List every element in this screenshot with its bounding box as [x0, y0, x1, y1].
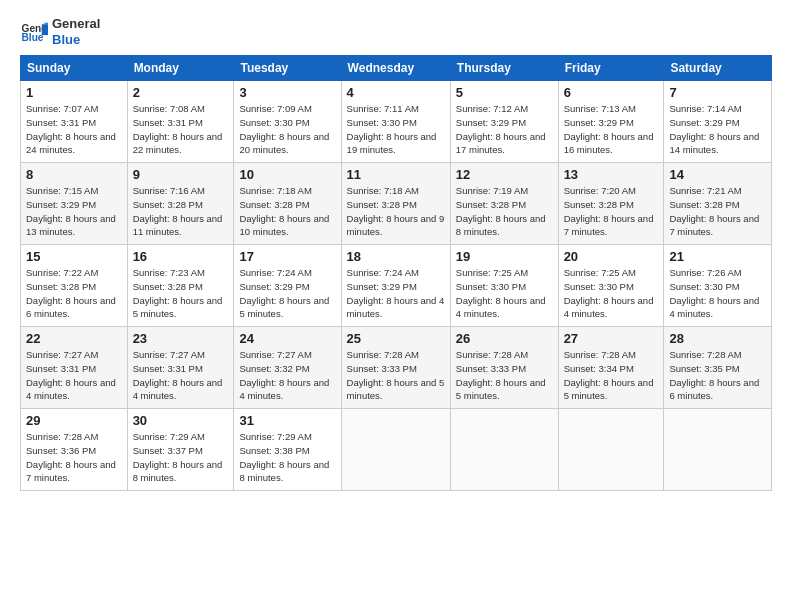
- day-cell: 11Sunrise: 7:18 AMSunset: 3:28 PMDayligh…: [341, 163, 450, 245]
- day-detail: Sunrise: 7:27 AMSunset: 3:32 PMDaylight:…: [239, 348, 335, 403]
- day-cell: 31Sunrise: 7:29 AMSunset: 3:38 PMDayligh…: [234, 409, 341, 491]
- day-cell: 27Sunrise: 7:28 AMSunset: 3:34 PMDayligh…: [558, 327, 664, 409]
- day-cell: 12Sunrise: 7:19 AMSunset: 3:28 PMDayligh…: [450, 163, 558, 245]
- day-cell: 3Sunrise: 7:09 AMSunset: 3:30 PMDaylight…: [234, 81, 341, 163]
- day-cell: 13Sunrise: 7:20 AMSunset: 3:28 PMDayligh…: [558, 163, 664, 245]
- column-header-sunday: Sunday: [21, 56, 128, 81]
- day-number: 30: [133, 413, 229, 428]
- day-detail: Sunrise: 7:15 AMSunset: 3:29 PMDaylight:…: [26, 184, 122, 239]
- day-number: 9: [133, 167, 229, 182]
- day-number: 14: [669, 167, 766, 182]
- column-header-saturday: Saturday: [664, 56, 772, 81]
- day-detail: Sunrise: 7:18 AMSunset: 3:28 PMDaylight:…: [239, 184, 335, 239]
- day-cell: 9Sunrise: 7:16 AMSunset: 3:28 PMDaylight…: [127, 163, 234, 245]
- column-header-monday: Monday: [127, 56, 234, 81]
- day-number: 24: [239, 331, 335, 346]
- day-detail: Sunrise: 7:07 AMSunset: 3:31 PMDaylight:…: [26, 102, 122, 157]
- svg-text:Blue: Blue: [22, 32, 44, 43]
- day-number: 21: [669, 249, 766, 264]
- day-cell: 25Sunrise: 7:28 AMSunset: 3:33 PMDayligh…: [341, 327, 450, 409]
- day-cell: 17Sunrise: 7:24 AMSunset: 3:29 PMDayligh…: [234, 245, 341, 327]
- day-detail: Sunrise: 7:21 AMSunset: 3:28 PMDaylight:…: [669, 184, 766, 239]
- day-cell: 4Sunrise: 7:11 AMSunset: 3:30 PMDaylight…: [341, 81, 450, 163]
- day-detail: Sunrise: 7:29 AMSunset: 3:38 PMDaylight:…: [239, 430, 335, 485]
- day-number: 7: [669, 85, 766, 100]
- day-detail: Sunrise: 7:26 AMSunset: 3:30 PMDaylight:…: [669, 266, 766, 321]
- day-detail: Sunrise: 7:27 AMSunset: 3:31 PMDaylight:…: [26, 348, 122, 403]
- day-detail: Sunrise: 7:24 AMSunset: 3:29 PMDaylight:…: [347, 266, 445, 321]
- day-detail: Sunrise: 7:12 AMSunset: 3:29 PMDaylight:…: [456, 102, 553, 157]
- day-cell: [558, 409, 664, 491]
- day-number: 1: [26, 85, 122, 100]
- day-number: 19: [456, 249, 553, 264]
- column-header-thursday: Thursday: [450, 56, 558, 81]
- day-detail: Sunrise: 7:19 AMSunset: 3:28 PMDaylight:…: [456, 184, 553, 239]
- page: General Blue General Blue SundayMondayTu…: [0, 0, 792, 612]
- day-detail: Sunrise: 7:20 AMSunset: 3:28 PMDaylight:…: [564, 184, 659, 239]
- day-number: 22: [26, 331, 122, 346]
- day-detail: Sunrise: 7:28 AMSunset: 3:36 PMDaylight:…: [26, 430, 122, 485]
- day-number: 18: [347, 249, 445, 264]
- day-cell: 24Sunrise: 7:27 AMSunset: 3:32 PMDayligh…: [234, 327, 341, 409]
- column-header-tuesday: Tuesday: [234, 56, 341, 81]
- day-cell: 23Sunrise: 7:27 AMSunset: 3:31 PMDayligh…: [127, 327, 234, 409]
- day-number: 29: [26, 413, 122, 428]
- day-detail: Sunrise: 7:16 AMSunset: 3:28 PMDaylight:…: [133, 184, 229, 239]
- week-row-4: 22Sunrise: 7:27 AMSunset: 3:31 PMDayligh…: [21, 327, 772, 409]
- day-detail: Sunrise: 7:23 AMSunset: 3:28 PMDaylight:…: [133, 266, 229, 321]
- day-number: 12: [456, 167, 553, 182]
- day-number: 11: [347, 167, 445, 182]
- day-cell: 18Sunrise: 7:24 AMSunset: 3:29 PMDayligh…: [341, 245, 450, 327]
- day-detail: Sunrise: 7:27 AMSunset: 3:31 PMDaylight:…: [133, 348, 229, 403]
- day-cell: 20Sunrise: 7:25 AMSunset: 3:30 PMDayligh…: [558, 245, 664, 327]
- day-cell: 16Sunrise: 7:23 AMSunset: 3:28 PMDayligh…: [127, 245, 234, 327]
- day-cell: 29Sunrise: 7:28 AMSunset: 3:36 PMDayligh…: [21, 409, 128, 491]
- day-cell: 28Sunrise: 7:28 AMSunset: 3:35 PMDayligh…: [664, 327, 772, 409]
- day-cell: 14Sunrise: 7:21 AMSunset: 3:28 PMDayligh…: [664, 163, 772, 245]
- day-cell: 6Sunrise: 7:13 AMSunset: 3:29 PMDaylight…: [558, 81, 664, 163]
- day-number: 15: [26, 249, 122, 264]
- week-row-2: 8Sunrise: 7:15 AMSunset: 3:29 PMDaylight…: [21, 163, 772, 245]
- day-number: 20: [564, 249, 659, 264]
- day-cell: [450, 409, 558, 491]
- day-number: 2: [133, 85, 229, 100]
- calendar: SundayMondayTuesdayWednesdayThursdayFrid…: [20, 55, 772, 491]
- day-number: 5: [456, 85, 553, 100]
- day-cell: 26Sunrise: 7:28 AMSunset: 3:33 PMDayligh…: [450, 327, 558, 409]
- day-detail: Sunrise: 7:25 AMSunset: 3:30 PMDaylight:…: [564, 266, 659, 321]
- day-detail: Sunrise: 7:11 AMSunset: 3:30 PMDaylight:…: [347, 102, 445, 157]
- day-detail: Sunrise: 7:24 AMSunset: 3:29 PMDaylight:…: [239, 266, 335, 321]
- day-cell: 1Sunrise: 7:07 AMSunset: 3:31 PMDaylight…: [21, 81, 128, 163]
- day-number: 4: [347, 85, 445, 100]
- day-cell: [664, 409, 772, 491]
- day-cell: 15Sunrise: 7:22 AMSunset: 3:28 PMDayligh…: [21, 245, 128, 327]
- day-number: 3: [239, 85, 335, 100]
- day-number: 17: [239, 249, 335, 264]
- day-number: 27: [564, 331, 659, 346]
- logo-text-blue: Blue: [52, 32, 100, 48]
- day-cell: 22Sunrise: 7:27 AMSunset: 3:31 PMDayligh…: [21, 327, 128, 409]
- logo-icon: General Blue: [20, 18, 48, 46]
- svg-marker-2: [42, 24, 48, 35]
- day-detail: Sunrise: 7:28 AMSunset: 3:33 PMDaylight:…: [456, 348, 553, 403]
- week-row-1: 1Sunrise: 7:07 AMSunset: 3:31 PMDaylight…: [21, 81, 772, 163]
- week-row-3: 15Sunrise: 7:22 AMSunset: 3:28 PMDayligh…: [21, 245, 772, 327]
- day-number: 10: [239, 167, 335, 182]
- day-number: 31: [239, 413, 335, 428]
- day-detail: Sunrise: 7:28 AMSunset: 3:34 PMDaylight:…: [564, 348, 659, 403]
- day-detail: Sunrise: 7:28 AMSunset: 3:35 PMDaylight:…: [669, 348, 766, 403]
- day-detail: Sunrise: 7:18 AMSunset: 3:28 PMDaylight:…: [347, 184, 445, 239]
- week-row-5: 29Sunrise: 7:28 AMSunset: 3:36 PMDayligh…: [21, 409, 772, 491]
- day-cell: 21Sunrise: 7:26 AMSunset: 3:30 PMDayligh…: [664, 245, 772, 327]
- day-number: 8: [26, 167, 122, 182]
- day-cell: 10Sunrise: 7:18 AMSunset: 3:28 PMDayligh…: [234, 163, 341, 245]
- day-detail: Sunrise: 7:08 AMSunset: 3:31 PMDaylight:…: [133, 102, 229, 157]
- day-number: 23: [133, 331, 229, 346]
- logo: General Blue General Blue: [20, 16, 100, 47]
- logo-text-general: General: [52, 16, 100, 32]
- day-detail: Sunrise: 7:29 AMSunset: 3:37 PMDaylight:…: [133, 430, 229, 485]
- day-detail: Sunrise: 7:22 AMSunset: 3:28 PMDaylight:…: [26, 266, 122, 321]
- day-detail: Sunrise: 7:28 AMSunset: 3:33 PMDaylight:…: [347, 348, 445, 403]
- day-cell: 5Sunrise: 7:12 AMSunset: 3:29 PMDaylight…: [450, 81, 558, 163]
- day-detail: Sunrise: 7:14 AMSunset: 3:29 PMDaylight:…: [669, 102, 766, 157]
